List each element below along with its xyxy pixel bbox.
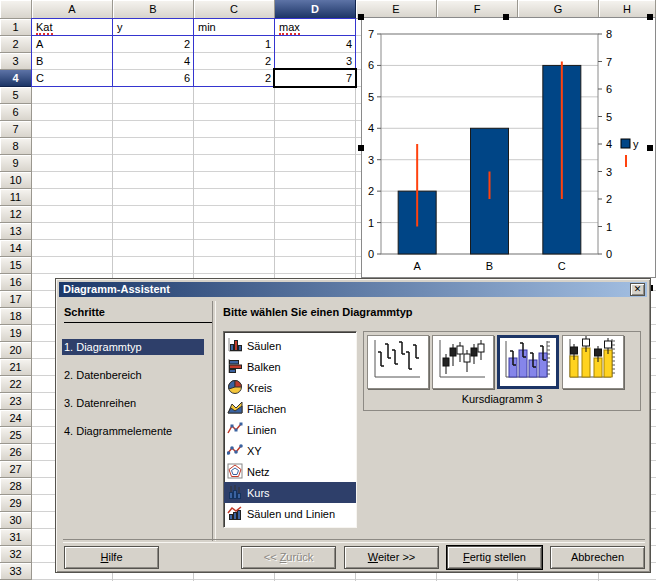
row-header-6[interactable]: 6 — [0, 104, 32, 121]
svg-text:C: C — [558, 260, 566, 272]
row-header-21[interactable]: 21 — [0, 359, 32, 376]
svg-text:5: 5 — [368, 91, 374, 103]
chart-type-label: Flächen — [247, 403, 286, 415]
row-header-32[interactable]: 32 — [0, 546, 32, 563]
cell-D2[interactable]: 4 — [276, 36, 355, 52]
chart-resize-handle-3[interactable] — [358, 145, 364, 151]
row-header-16[interactable]: 16 — [0, 274, 32, 291]
column-header-A[interactable]: A — [32, 0, 113, 19]
row-header-29[interactable]: 29 — [0, 495, 32, 512]
cell-B1[interactable]: y — [114, 19, 193, 35]
row-header-20[interactable]: 20 — [0, 342, 32, 359]
chart-type-item-5[interactable]: Linien — [224, 419, 356, 440]
wizard-step-3[interactable]: 3. Datenreihen — [62, 395, 204, 411]
cell-A4[interactable]: C — [33, 70, 112, 86]
chart-type-item-2[interactable]: Balken — [224, 356, 356, 377]
row-header-5[interactable]: 5 — [0, 87, 32, 104]
chart-resize-handle-4[interactable] — [647, 145, 653, 151]
finish-button[interactable]: Fertig stellen — [447, 546, 542, 569]
cell-B2[interactable]: 2 — [114, 36, 193, 52]
column-header-B[interactable]: B — [113, 0, 194, 19]
chart-type-item-4[interactable]: Flächen — [224, 398, 356, 419]
row-header-24[interactable]: 24 — [0, 410, 32, 427]
svg-text:0: 0 — [368, 248, 374, 260]
stock-2-thumb — [433, 336, 493, 384]
row-header-14[interactable]: 14 — [0, 240, 32, 257]
chart-type-item-7[interactable]: Netz — [224, 461, 356, 482]
subtype-thumbnail-1[interactable] — [367, 335, 429, 389]
chart-type-listbox[interactable]: SäulenBalkenKreisFlächenLinienXYNetzKurs… — [223, 331, 357, 528]
svg-text:2: 2 — [606, 193, 612, 205]
row-header-11[interactable]: 11 — [0, 189, 32, 206]
svg-text:1: 1 — [368, 217, 374, 229]
dialog-titlebar[interactable]: Diagramm-Assistent ✕ — [59, 282, 647, 297]
steps-header: Schritte — [64, 306, 212, 323]
wizard-step-1[interactable]: 1. Diagrammtyp — [62, 339, 204, 355]
row-header-33[interactable]: 33 — [0, 563, 32, 580]
cell-B3[interactable]: 4 — [114, 53, 193, 69]
wizard-step-2[interactable]: 2. Datenbereich — [62, 367, 204, 383]
row-header-8[interactable]: 8 — [0, 138, 32, 155]
row-header-17[interactable]: 17 — [0, 291, 32, 308]
column-header-D[interactable]: D — [275, 0, 356, 19]
row-header-22[interactable]: 22 — [0, 376, 32, 393]
chart-wizard-dialog: Diagramm-Assistent ✕ Schritte 1. Diagram… — [55, 278, 651, 573]
select-all-corner[interactable] — [0, 0, 32, 19]
dialog-title: Diagramm-Assistent — [63, 283, 170, 295]
row-header-2[interactable]: 2 — [0, 36, 32, 53]
subtype-thumbnail-4[interactable] — [562, 335, 624, 389]
cell-text: max — [279, 21, 300, 35]
row-header-4[interactable]: 4 — [0, 70, 32, 87]
cell-D1[interactable]: max — [276, 19, 355, 35]
row-header-30[interactable]: 30 — [0, 512, 32, 529]
row-header-18[interactable]: 18 — [0, 308, 32, 325]
cell-C4[interactable]: 2 — [195, 70, 274, 86]
svg-text:5: 5 — [606, 111, 612, 123]
next-button[interactable]: Weiter >> — [344, 546, 439, 569]
row-header-10[interactable]: 10 — [0, 172, 32, 189]
chart-resize-handle-0[interactable] — [358, 14, 364, 20]
row-header-19[interactable]: 19 — [0, 325, 32, 342]
row-header-13[interactable]: 13 — [0, 223, 32, 240]
chart-type-item-6[interactable]: XY — [224, 440, 356, 461]
chart-resize-handle-1[interactable] — [503, 14, 509, 20]
wizard-step-4[interactable]: 4. Diagrammelemente — [62, 423, 204, 439]
bars-icon — [227, 358, 243, 376]
help-button[interactable]: Hilfe — [64, 546, 159, 569]
cell-D3[interactable]: 3 — [276, 53, 355, 69]
row-header-25[interactable]: 25 — [0, 427, 32, 444]
close-icon[interactable]: ✕ — [630, 283, 645, 296]
chart-type-item-3[interactable]: Kreis — [224, 377, 356, 398]
chart-type-label: Kurs — [247, 487, 270, 499]
cell-B4[interactable]: 6 — [114, 70, 193, 86]
row-header-12[interactable]: 12 — [0, 206, 32, 223]
row-header-31[interactable]: 31 — [0, 529, 32, 546]
chart-type-item-1[interactable]: Säulen — [224, 335, 356, 356]
row-header-28[interactable]: 28 — [0, 478, 32, 495]
cell-A2[interactable]: A — [33, 36, 112, 52]
cell-C2[interactable]: 1 — [195, 36, 274, 52]
subtype-thumbnail-3[interactable] — [497, 335, 559, 389]
cell-C3[interactable]: 2 — [195, 53, 274, 69]
row-header-3[interactable]: 3 — [0, 53, 32, 70]
chart-type-item-8[interactable]: Kurs — [224, 482, 356, 503]
chart-type-item-9[interactable]: Säulen und Linien — [224, 503, 356, 524]
row-header-1[interactable]: 1 — [0, 19, 32, 36]
cell-C1[interactable]: min — [195, 19, 274, 35]
column-header-C[interactable]: C — [194, 0, 275, 19]
svg-text:2: 2 — [368, 185, 374, 197]
row-header-26[interactable]: 26 — [0, 444, 32, 461]
chart-resize-handle-2[interactable] — [647, 14, 653, 20]
row-header-27[interactable]: 27 — [0, 461, 32, 478]
svg-text:8: 8 — [606, 28, 612, 40]
row-header-7[interactable]: 7 — [0, 121, 32, 138]
embedded-chart-object[interactable]: 01234567012345678ABCy — [361, 17, 656, 278]
row-header-9[interactable]: 9 — [0, 155, 32, 172]
cancel-button[interactable]: Abbrechen — [550, 546, 645, 569]
cell-A3[interactable]: B — [33, 53, 112, 69]
subtype-thumbnail-2[interactable] — [432, 335, 494, 389]
row-header-15[interactable]: 15 — [0, 257, 32, 274]
cell-D4[interactable]: 7 — [276, 70, 355, 86]
row-header-23[interactable]: 23 — [0, 393, 32, 410]
cell-A1[interactable]: Kat — [33, 19, 112, 35]
